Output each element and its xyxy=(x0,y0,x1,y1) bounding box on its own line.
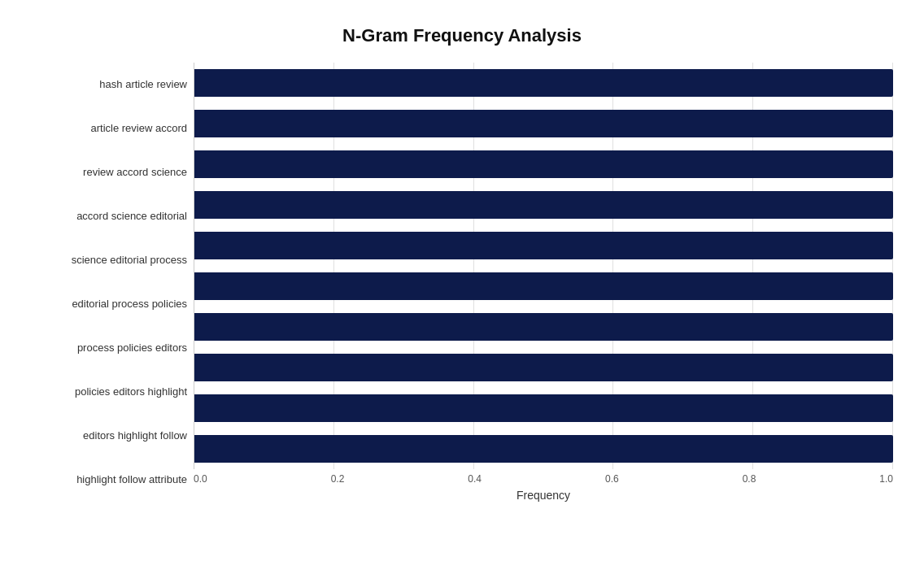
y-label: highlight follow attribute xyxy=(76,473,187,486)
y-label: process policies editors xyxy=(77,342,187,355)
x-axis: 0.00.20.40.60.81.0 Frequency xyxy=(194,469,893,502)
bar xyxy=(194,69,893,97)
bar-row xyxy=(194,148,893,181)
x-tick: 0.0 xyxy=(194,473,207,485)
bar-row xyxy=(194,433,893,465)
x-ticks: 0.00.20.40.60.81.0 xyxy=(194,469,893,485)
bar-row xyxy=(194,270,893,302)
bar-row xyxy=(194,67,893,99)
y-label: accord science editorial xyxy=(76,210,187,223)
bar-row xyxy=(194,229,893,262)
bar xyxy=(194,110,893,137)
bar xyxy=(194,272,893,300)
y-label: review accord science xyxy=(83,166,187,179)
bars-and-x: 0.00.20.40.60.81.0 Frequency xyxy=(194,63,893,502)
chart-container: N-Gram Frequency Analysis hash article r… xyxy=(15,9,909,562)
x-tick: 0.8 xyxy=(743,473,756,485)
x-tick: 1.0 xyxy=(879,473,893,485)
bar xyxy=(194,435,893,463)
bar xyxy=(194,313,893,341)
y-label: article review accord xyxy=(91,122,188,135)
bar xyxy=(194,232,893,259)
chart-area: hash article reviewarticle review accord… xyxy=(31,63,893,502)
x-tick: 0.2 xyxy=(331,473,345,485)
y-label: editorial process policies xyxy=(72,298,187,311)
y-label: policies editors highlight xyxy=(75,385,187,398)
bar-row xyxy=(194,311,893,343)
bar-row xyxy=(194,351,893,384)
bar-row xyxy=(194,107,893,140)
x-tick: 0.4 xyxy=(468,473,482,485)
x-label-row: Frequency xyxy=(194,489,893,502)
bar-row xyxy=(194,392,893,424)
bar xyxy=(194,394,893,422)
y-label: hash article review xyxy=(99,78,187,91)
bar xyxy=(194,150,893,178)
bar-row xyxy=(194,189,893,221)
bar xyxy=(194,354,893,381)
bar xyxy=(194,191,893,219)
bars-area xyxy=(194,63,893,469)
y-label: science editorial process xyxy=(72,254,187,267)
y-axis-labels: hash article reviewarticle review accord… xyxy=(31,63,194,502)
y-label: editors highlight follow xyxy=(83,429,187,442)
chart-title: N-Gram Frequency Analysis xyxy=(31,25,893,46)
x-axis-label: Frequency xyxy=(516,489,570,502)
x-tick: 0.6 xyxy=(605,473,619,485)
